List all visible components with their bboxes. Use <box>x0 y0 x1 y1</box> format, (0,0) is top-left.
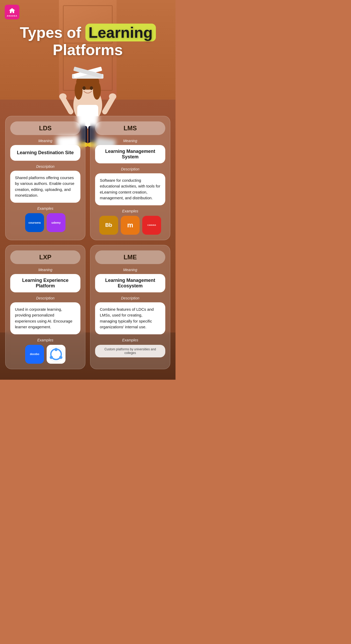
udemy-logo: udemy <box>47 213 65 232</box>
lms-acronym: LMS <box>95 121 165 135</box>
lxp-desc-label: Description <box>10 296 80 300</box>
lds-description: Shared platforms offering courses by var… <box>10 171 80 203</box>
card-lme: LME Meaning Learning Management Ecosyste… <box>90 245 170 369</box>
custom-logo: Custom platforms by universities and col… <box>95 345 165 357</box>
lme-meaning: Learning Management Ecosystem <box>95 274 165 292</box>
lme-acronym: LME <box>95 250 165 264</box>
lxp-description: Used in corporate learning, providing pe… <box>10 302 80 334</box>
lds-desc-label: Description <box>10 164 80 169</box>
lds-examples: coursera udemy <box>10 213 80 232</box>
lxp-examples: docebo <box>10 345 80 364</box>
lme-desc-label: Description <box>95 296 165 300</box>
svg-point-31 <box>54 348 58 351</box>
lme-meaning-label: Meaning <box>95 268 165 272</box>
lds-meaning-label: Meaning <box>10 139 80 143</box>
card-lxp: LXP Meaning Learning Experience Platform… <box>5 245 85 369</box>
logo: ANADEA <box>5 5 19 19</box>
360-logo <box>47 345 65 364</box>
lxp-examples-label: Examples <box>10 338 80 342</box>
lds-examples-label: Examples <box>10 206 80 211</box>
coursera-logo: coursera <box>25 213 44 232</box>
svg-point-33 <box>50 356 53 359</box>
lms-desc-label: Description <box>95 167 165 171</box>
logo-text: ANADEA <box>7 15 17 17</box>
lme-description: Combine features of LDCs and LMSs, used … <box>95 302 165 334</box>
docebo-logo: docebo <box>25 345 44 364</box>
lms-meaning-label: Meaning <box>95 139 165 143</box>
moodle-logo: m <box>121 216 140 235</box>
card-lms: LMS Meaning Learning Management System D… <box>90 116 170 240</box>
card-lds: LDS Meaning Learning Destination Site De… <box>5 116 85 240</box>
lme-examples-label: Examples <box>95 338 165 342</box>
blackboard-logo: Bb <box>99 216 118 235</box>
lxp-meaning-label: Meaning <box>10 268 80 272</box>
canvas-logo: CANVAS <box>142 216 161 235</box>
lms-description: Software for conducting educational acti… <box>95 173 165 205</box>
svg-text:m: m <box>127 221 133 229</box>
lds-meaning: Learning Destination Site <box>10 145 80 161</box>
svg-text:CANVAS: CANVAS <box>147 224 156 226</box>
lms-examples: Bb m CANVAS <box>95 216 165 235</box>
svg-point-32 <box>59 356 62 359</box>
cards-grid: LDS Meaning Learning Destination Site De… <box>0 37 176 380</box>
lme-examples: Custom platforms by universities and col… <box>95 345 165 357</box>
lxp-meaning: Learning Experience Platform <box>10 274 80 292</box>
lms-examples-label: Examples <box>95 209 165 213</box>
lms-meaning: Learning Management System <box>95 145 165 163</box>
svg-marker-0 <box>9 8 15 13</box>
lds-acronym: LDS <box>10 121 80 135</box>
lxp-acronym: LXP <box>10 250 80 264</box>
